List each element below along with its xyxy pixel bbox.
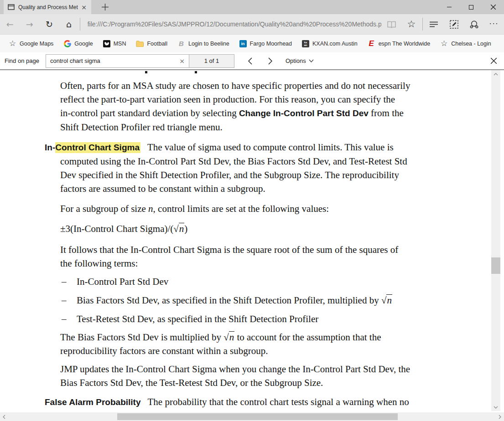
star-icon: ☆ xyxy=(9,40,16,47)
scroll-left-icon[interactable] xyxy=(0,412,8,421)
nav-right-buttons: ☆ ··· xyxy=(381,14,504,35)
navigation-bar: ← → ↻ ⌂ file:///C:/Program%20Files/SAS/J… xyxy=(0,14,504,35)
msn-icon xyxy=(103,40,110,47)
forward-icon[interactable]: → xyxy=(20,14,39,35)
refresh-icon[interactable]: ↻ xyxy=(39,14,59,35)
sqrt-n: √n xyxy=(223,331,234,343)
document-text: Often, parts for an MSA study are chosen… xyxy=(0,70,490,421)
bold-term: Change In-Control Part Std Dev xyxy=(239,108,369,118)
address-url: file:///C:/Program%20Files/SAS/JMPPRO/12… xyxy=(88,21,381,28)
hub-icon[interactable] xyxy=(424,14,444,35)
google-icon xyxy=(63,40,71,47)
favorite-login-to-beeline[interactable]: B Login to Beeline xyxy=(172,35,234,52)
favorite-chelsea-login[interactable]: ☆ Chelsea - Login xyxy=(435,35,496,52)
favorite-kxan[interactable]: kxan KXAN.com Austin xyxy=(297,35,363,52)
horizontal-scrollbar-thumb[interactable] xyxy=(117,413,398,420)
find-match-count: 1 of 1 xyxy=(189,55,234,67)
more-icon[interactable]: ··· xyxy=(484,14,504,35)
paragraph: It follows that the In-Control Chart Sig… xyxy=(60,243,490,270)
vertical-scrollbar[interactable] xyxy=(491,70,500,411)
tab-quality-and-process[interactable]: Quality and Process Met × xyxy=(4,0,91,14)
nav-divider xyxy=(80,18,80,31)
find-previous-button[interactable] xyxy=(240,52,260,70)
tab-close-icon[interactable]: × xyxy=(80,3,88,11)
list-item: –Bias Factors Std Dev, as specified in t… xyxy=(62,293,490,307)
find-options-button[interactable]: Options xyxy=(286,57,314,64)
scroll-up-icon[interactable] xyxy=(491,70,500,78)
favorite-google-maps[interactable]: ☆ Google Maps xyxy=(4,35,58,52)
share-icon[interactable] xyxy=(464,14,484,35)
paragraph-in-control-chart-sigma: In-Control Chart SigmaThe value of sigma… xyxy=(45,140,490,195)
reading-view-icon[interactable] xyxy=(381,14,401,35)
sqrt-n: √n xyxy=(173,223,184,234)
scroll-down-icon[interactable] xyxy=(491,403,500,411)
scroll-right-icon[interactable] xyxy=(496,412,504,421)
chevron-down-icon xyxy=(309,59,314,62)
find-on-page-label: Find on page xyxy=(5,57,46,64)
back-icon[interactable]: ← xyxy=(0,14,20,35)
maximize-button[interactable] xyxy=(460,0,482,14)
vertical-scrollbar-thumb[interactable] xyxy=(491,257,500,274)
favorite-google[interactable]: Google xyxy=(58,35,98,52)
horizontal-scrollbar[interactable] xyxy=(0,412,504,421)
find-next-button[interactable] xyxy=(260,52,280,70)
tab-title: Quality and Process Met xyxy=(18,4,80,10)
find-clear-icon[interactable]: × xyxy=(175,55,189,67)
favorites-bar: ☆ Google Maps Google MSN Football B Logi… xyxy=(0,35,504,52)
find-input[interactable] xyxy=(46,55,175,67)
window-controls xyxy=(438,0,504,14)
favorite-espn[interactable]: E espn The Worldwide xyxy=(363,35,436,52)
paragraph: For a subgroup of size n, control limits… xyxy=(60,202,490,216)
favorite-msn[interactable]: MSN xyxy=(98,35,131,52)
browser-window: Quality and Process Met × ← → ↻ ⌂ file:/… xyxy=(0,0,504,421)
favorite-football-folder[interactable]: Football xyxy=(131,35,172,52)
paragraph: The Bias Factors Std Dev is multiplied b… xyxy=(60,330,490,358)
find-box: × 1 of 1 xyxy=(46,54,234,68)
star-icon: ☆ xyxy=(440,40,448,47)
kxan-icon: kxan xyxy=(302,40,309,47)
document-icon xyxy=(8,4,15,10)
minimize-button[interactable] xyxy=(438,0,460,14)
find-bar: Find on page × 1 of 1 Options xyxy=(0,52,504,70)
new-tab-button[interactable] xyxy=(97,0,113,14)
paragraph: JMP updates the In-Control Chart Sigma w… xyxy=(60,362,490,390)
favorites-overflow-chevron-down-icon[interactable] xyxy=(496,41,504,46)
espn-icon: E xyxy=(368,40,375,47)
find-close-icon[interactable] xyxy=(491,58,497,64)
web-note-icon[interactable] xyxy=(444,14,464,35)
list-item: –Test-Retest Std Dev, as specified in th… xyxy=(62,312,490,326)
nav-right-divider xyxy=(422,18,423,31)
tab-strip: Quality and Process Met × xyxy=(0,0,504,14)
beeline-icon: B xyxy=(177,40,185,47)
favorite-fargo-moorhead[interactable]: in Fargo Moorhead xyxy=(234,35,297,52)
address-bar[interactable]: file:///C:/Program%20Files/SAS/JMPPRO/12… xyxy=(81,14,381,35)
paragraph: Often, parts for an MSA study are chosen… xyxy=(60,79,490,134)
pdf-content: Often, parts for an MSA study are chosen… xyxy=(0,70,504,421)
search-highlight: Control Chart Sigma xyxy=(55,142,140,153)
home-icon[interactable]: ⌂ xyxy=(59,14,79,35)
linkedin-icon: in xyxy=(239,40,247,47)
formula: ±3(In-Control Chart Sigma)/(√n) xyxy=(60,222,490,236)
folder-icon xyxy=(136,40,144,47)
list-item: –In-Control Part Std Dev xyxy=(62,275,490,288)
favorite-star-icon[interactable]: ☆ xyxy=(401,14,421,35)
close-button[interactable] xyxy=(482,0,504,14)
sqrt-n: √n xyxy=(381,294,392,306)
